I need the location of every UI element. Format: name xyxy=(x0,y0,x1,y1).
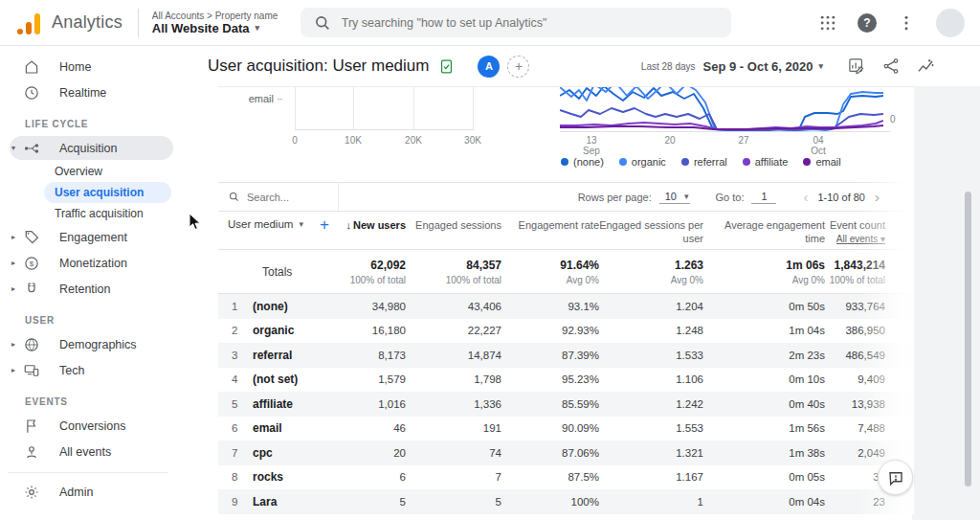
metric-cell: 1.248 xyxy=(599,325,703,336)
legend-item[interactable]: (none) xyxy=(561,156,604,168)
global-search[interactable] xyxy=(301,8,731,37)
table-row[interactable]: 4 (not set) 1,5791,79895.23%1.1060m 10s9… xyxy=(218,368,914,393)
search-input[interactable] xyxy=(342,16,721,30)
sort-desc-icon: ↓ xyxy=(345,219,351,231)
sidebar-item-home[interactable]: Home xyxy=(0,54,175,79)
prev-page-icon[interactable]: ‹ xyxy=(797,189,813,205)
expand-arrow-icon[interactable]: ▸ xyxy=(11,340,23,349)
insights-icon[interactable] xyxy=(915,56,936,77)
sidebar-item-user-acquisition[interactable]: User acquisition xyxy=(0,182,175,203)
metric-cell: 100% xyxy=(501,496,599,508)
table-row[interactable]: 2 organic 16,18022,22792.93%1.2481m 04s3… xyxy=(218,319,914,344)
legend-item[interactable]: organic xyxy=(619,156,666,168)
table-row[interactable]: 9 Lara 55100%10m 04s23 xyxy=(218,489,914,514)
bar-axis-tick xyxy=(278,99,282,100)
sidebar-item-engagement[interactable]: ▸ Engagement xyxy=(0,224,175,250)
product-name: Analytics xyxy=(52,12,122,33)
metric-cell: 0m 05s xyxy=(703,471,825,483)
table-search[interactable] xyxy=(218,183,339,211)
expand-arrow-icon[interactable]: ▸ xyxy=(11,259,23,267)
metric-cell: 486,549 xyxy=(825,350,885,361)
table-row[interactable]: 5 affiliate 1,0161,33685.59%1.2420m 40s1… xyxy=(218,392,914,417)
legend-item[interactable]: affiliate xyxy=(743,156,789,168)
metric-cell: 1.204 xyxy=(599,301,703,312)
more-vert-icon[interactable] xyxy=(896,12,917,34)
sidebar-item-label: User acquisition xyxy=(55,186,144,199)
sidebar-item-acquisition[interactable]: ▾ Acquisition xyxy=(0,135,175,161)
table-row[interactable]: 3 referral 8,17314,87487.39%1.5332m 23s4… xyxy=(218,343,914,368)
row-number: 9 xyxy=(218,496,253,508)
bar-axis-line xyxy=(295,129,474,130)
bar-x-tick-label: 10K xyxy=(345,135,362,146)
add-dimension-button[interactable]: + xyxy=(320,218,333,232)
sidebar-item-realtime[interactable]: Realtime xyxy=(0,79,175,105)
table-row[interactable]: 7 cpc 207487.06%1.3211m 38s2,049 xyxy=(218,441,914,465)
sidebar-item-label: Admin xyxy=(59,486,93,499)
table-row[interactable]: 8 rocks 6787.5%1.1670m 05s32 xyxy=(218,465,914,490)
sidebar-item-retention[interactable]: ▸ Retention xyxy=(0,276,175,302)
column-header-engaged-sessions-per-user[interactable]: Engaged sessions per user xyxy=(599,212,703,249)
table-row[interactable]: 6 email 4619190.09%1.5531m 56s7,488 xyxy=(218,417,914,441)
legend-dot-icon xyxy=(619,158,627,166)
metric-cell: 1,336 xyxy=(406,398,501,410)
legend-item[interactable]: referral xyxy=(681,156,727,168)
sidebar-item-conversions[interactable]: Conversions xyxy=(0,413,175,439)
expand-arrow-icon[interactable]: ▸ xyxy=(11,284,23,293)
metric-cell: 0m 04s xyxy=(703,496,825,508)
retention-icon xyxy=(23,281,40,298)
legend-item[interactable]: email xyxy=(803,156,840,168)
vertical-scrollbar[interactable] xyxy=(965,192,971,486)
analytics-logo[interactable]: Analytics xyxy=(0,11,122,34)
metric-cell: 0m 10s xyxy=(703,373,825,385)
metric-cell: 1.167 xyxy=(599,471,703,483)
property-selector[interactable]: All Website Data ▾ xyxy=(152,21,278,35)
date-range-picker[interactable]: Sep 9 - Oct 6, 2020 ▾ xyxy=(703,59,823,74)
topbar-divider xyxy=(138,9,139,37)
sidebar-item-overview[interactable]: Overview xyxy=(0,161,175,182)
column-header-engaged-sessions[interactable]: Engaged sessions xyxy=(406,212,501,249)
event-count-filter[interactable]: All events ▾ xyxy=(825,233,885,246)
avatar[interactable] xyxy=(936,9,965,37)
column-header-new-users[interactable]: ↓New users xyxy=(339,212,406,249)
legend-label: email xyxy=(815,156,840,168)
line-series-none xyxy=(560,87,883,130)
goto-page-input[interactable]: 1 xyxy=(751,191,776,204)
line-chart[interactable] xyxy=(560,87,883,132)
feedback-button[interactable] xyxy=(878,460,913,495)
column-header-event-count[interactable]: Event countAll events ▾ xyxy=(825,212,885,249)
totals-cell: 1,843,214100% of total xyxy=(825,259,885,285)
rows-per-page-select[interactable]: 10 ▾ xyxy=(659,190,691,204)
sidebar-item-traffic-acquisition[interactable]: Traffic acquisition xyxy=(0,203,175,224)
legend-label: affiliate xyxy=(755,156,789,168)
sidebar-item-demographics[interactable]: ▸ Demographics xyxy=(0,331,175,357)
dimension-selector[interactable]: User medium ▾ xyxy=(228,218,303,230)
metric-cell: 1.321 xyxy=(599,447,703,459)
row-dimension-value: email xyxy=(253,421,282,435)
table-row[interactable]: 1 (none) 34,98043,40693.1%1.2040m 50s933… xyxy=(218,294,914,319)
home-icon xyxy=(23,58,40,76)
expand-arrow-icon[interactable]: ▸ xyxy=(11,233,23,241)
expand-arrow-icon[interactable]: ▸ xyxy=(11,366,23,374)
sidebar-item-all-events[interactable]: All events xyxy=(0,439,175,464)
add-comparison-button[interactable]: + xyxy=(507,56,529,78)
sidebar-item-label: Monetization xyxy=(59,257,127,270)
help-icon[interactable]: ? xyxy=(858,13,877,33)
metric-cell: 87.39% xyxy=(501,350,599,361)
comparison-chip[interactable]: A xyxy=(478,56,500,78)
sidebar-section-label: LIFE CYCLE xyxy=(0,105,175,135)
sidebar-item-monetization[interactable]: ▸ $ Monetization xyxy=(0,250,175,276)
analytics-logo-icon xyxy=(17,11,42,34)
bar-x-tick-label: 20K xyxy=(405,135,422,146)
row-dimension-value: organic xyxy=(253,324,294,337)
column-header-engagement-rate[interactable]: Engagement rate xyxy=(501,212,599,249)
sidebar-item-admin[interactable]: Admin xyxy=(0,479,175,505)
apps-grid-icon[interactable] xyxy=(817,12,838,34)
expand-arrow-icon[interactable]: ▾ xyxy=(11,144,23,152)
share-icon[interactable] xyxy=(880,56,902,77)
customize-report-icon[interactable] xyxy=(846,56,867,77)
row-number: 5 xyxy=(218,398,253,410)
sidebar-item-tech[interactable]: ▸ Tech xyxy=(0,357,175,383)
table-search-input[interactable] xyxy=(247,192,323,203)
next-page-icon[interactable]: › xyxy=(869,189,885,205)
column-header-average-engagement-time[interactable]: Average engagement time xyxy=(703,212,825,249)
